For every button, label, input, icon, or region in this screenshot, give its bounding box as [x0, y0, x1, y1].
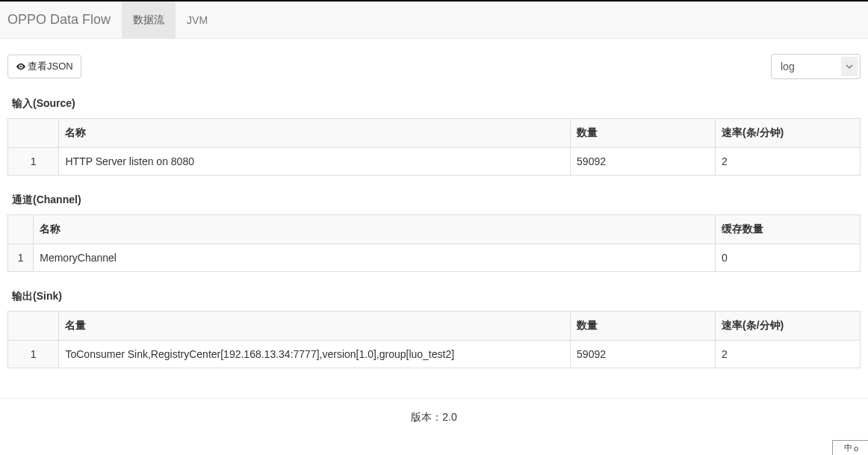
- col-rate: 速率(条/分钟): [716, 312, 861, 341]
- cell-name: MemoryChannel: [34, 244, 716, 272]
- channel-section: 通道(Channel) 名称 缓存数量 1 MemoryChannel 0: [7, 191, 861, 272]
- cell-rate: 2: [716, 148, 861, 176]
- cell-count: 59092: [571, 341, 716, 368]
- footer-version: 版本：2.0: [0, 399, 868, 436]
- table-row: 1 MemoryChannel 0: [8, 244, 861, 272]
- cell-count: 59092: [571, 148, 716, 176]
- sink-section: 输出(Sink) 名量 数量 速率(条/分钟) 1 ToConsumer Sin…: [7, 287, 861, 368]
- cell-idx: 1: [8, 341, 59, 368]
- cell-idx: 1: [8, 148, 59, 176]
- sink-title: 输出(Sink): [7, 287, 861, 311]
- col-idx: [8, 312, 59, 341]
- header: OPPO Data Flow 数据流 JVM: [0, 1, 868, 39]
- col-idx: [8, 119, 59, 148]
- channel-table: 名称 缓存数量 1 MemoryChannel 0: [7, 214, 861, 272]
- toolbar: 查看JSON log: [7, 54, 861, 79]
- channel-title: 通道(Channel): [7, 191, 861, 214]
- col-rate: 速率(条/分钟): [716, 119, 861, 148]
- log-select-wrap: log: [771, 54, 861, 79]
- col-count: 数量: [571, 312, 716, 341]
- nav-tabs: 数据流 JVM: [122, 1, 219, 38]
- table-row: 1 HTTP Server listen on 8080 59092 2: [8, 148, 861, 176]
- eye-icon: [16, 61, 26, 72]
- main-container: 查看JSON log 输入(Source) 名称 数量 速率(条/分钟): [0, 54, 868, 368]
- view-json-label: 查看JSON: [28, 60, 73, 73]
- cell-name: HTTP Server listen on 8080: [59, 148, 571, 176]
- log-select[interactable]: log: [771, 54, 861, 79]
- view-json-button[interactable]: 查看JSON: [7, 55, 81, 78]
- table-header-row: 名称 数量 速率(条/分钟): [8, 119, 861, 148]
- source-section: 输入(Source) 名称 数量 速率(条/分钟) 1 HTTP Server …: [7, 94, 861, 176]
- cell-idx: 1: [8, 244, 34, 272]
- col-name: 名称: [34, 215, 716, 244]
- source-title: 输入(Source): [7, 94, 861, 118]
- col-cache: 缓存数量: [716, 215, 861, 244]
- cell-name: ToConsumer Sink,RegistryCenter[192.168.1…: [59, 341, 571, 368]
- tab-data-flow[interactable]: 数据流: [122, 1, 176, 38]
- cell-rate: 2: [716, 341, 861, 368]
- cell-cache: 0: [716, 244, 861, 272]
- sink-table: 名量 数量 速率(条/分钟) 1 ToConsumer Sink,Registr…: [7, 311, 861, 368]
- col-name: 名称: [59, 119, 571, 148]
- col-name: 名量: [59, 312, 571, 341]
- col-count: 数量: [571, 119, 716, 148]
- tab-jvm[interactable]: JVM: [176, 1, 219, 38]
- col-idx: [8, 215, 34, 244]
- table-row: 1 ToConsumer Sink,RegistryCenter[192.168…: [8, 341, 861, 368]
- table-header-row: 名量 数量 速率(条/分钟): [8, 312, 861, 341]
- source-table: 名称 数量 速率(条/分钟) 1 HTTP Server listen on 8…: [7, 118, 861, 176]
- table-header-row: 名称 缓存数量: [8, 215, 861, 244]
- app-brand: OPPO Data Flow: [0, 12, 122, 28]
